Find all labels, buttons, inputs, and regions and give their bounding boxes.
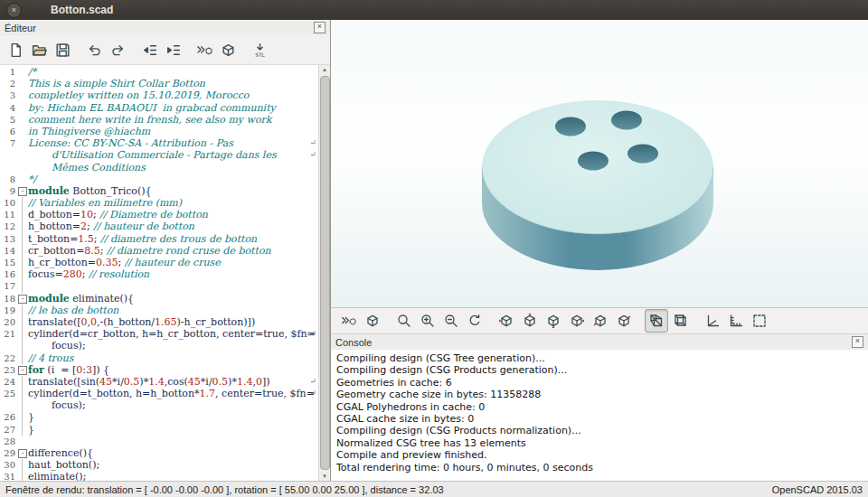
- code-editor[interactable]: 1/*2This is a simple Shirt Collar Botton…: [0, 65, 318, 481]
- unindent-button[interactable]: [138, 39, 160, 61]
- line-number: [0, 399, 18, 411]
- show-axes-icon: [704, 313, 721, 329]
- scroll-down-icon[interactable]: ▼: [319, 474, 330, 479]
- reset-view-button[interactable]: [464, 310, 486, 332]
- code-text: t_botton=1.5; // diametre des trous de b…: [28, 233, 318, 245]
- code-text: comment here write in frensh, see also m…: [28, 114, 318, 126]
- view-front-icon: [592, 313, 609, 329]
- scrollbar-thumb[interactable]: [320, 76, 330, 470]
- view-left-button[interactable]: [566, 310, 588, 332]
- code-line: 7License: CC BY-NC-SA - Attribution - Pa…: [0, 137, 318, 149]
- render-button[interactable]: [217, 39, 239, 61]
- fold-margin: [18, 305, 28, 316]
- code-line: focus);: [0, 340, 318, 352]
- fold-margin: [18, 89, 28, 101]
- line-number: 6: [0, 126, 18, 137]
- console-dock-header: Console ×: [331, 334, 868, 350]
- perspective-button[interactable]: [645, 309, 668, 333]
- zoom-out-button[interactable]: [440, 310, 462, 332]
- fold-margin: [18, 149, 28, 161]
- indent-button[interactable]: [162, 39, 184, 61]
- render-button[interactable]: [362, 310, 383, 332]
- line-number: 23: [0, 364, 18, 376]
- view-all-box-button[interactable]: [749, 310, 770, 332]
- code-text: translate([0,0,-(h_botton/1.65)-h_cr_bot…: [28, 316, 318, 328]
- line-number: 19: [0, 305, 18, 316]
- code-text: difference(){: [28, 447, 318, 459]
- show-scale-markers-icon: [728, 313, 744, 329]
- view-back-button[interactable]: [613, 310, 635, 332]
- line-number: 24: [0, 376, 18, 388]
- orthogonal-button[interactable]: [670, 310, 692, 332]
- code-line: 15h_cr_botton=0.35; // hauteur de cruse: [0, 257, 318, 268]
- code-line: 3completley written on 15.10.2019, Moroc…: [0, 89, 318, 101]
- wrap-marker-icon: ↵: [309, 149, 316, 161]
- code-line: 5comment here write in frensh, see also …: [0, 114, 318, 126]
- line-number: 7: [0, 137, 18, 149]
- console-line: Compiling design (CSG Products normaliza…: [336, 425, 863, 436]
- fold-toggle[interactable]: -: [18, 295, 27, 304]
- code-text: License: CC BY-NC-SA - Attribution - Pas: [28, 137, 318, 149]
- redo-button[interactable]: [107, 39, 128, 61]
- open-file-icon: [31, 42, 48, 59]
- code-line: 16focus=280; // resolution: [0, 268, 318, 280]
- undo-button[interactable]: [83, 39, 105, 61]
- line-number: 9: [0, 185, 18, 197]
- code-line: 27}: [0, 424, 318, 436]
- editor-scrollbar[interactable]: ▲ ▼: [318, 65, 330, 481]
- code-line: 26}: [0, 411, 318, 423]
- code-text: // 4 trous: [28, 352, 318, 364]
- view-toolbar: [331, 307, 868, 334]
- code-text: // le bas de botton: [28, 305, 318, 316]
- code-line: 6in Thingiverse @hiachm: [0, 126, 318, 137]
- line-number: 21: [0, 328, 18, 340]
- wrap-marker-icon: ↵: [309, 376, 316, 388]
- fold-margin: [18, 78, 28, 89]
- window-close-button[interactable]: ×: [6, 3, 22, 18]
- save-file-button[interactable]: [52, 39, 73, 61]
- line-number: 26: [0, 411, 18, 423]
- preview-button[interactable]: [338, 310, 360, 332]
- line-number: 2: [0, 78, 18, 89]
- show-axes-button[interactable]: [702, 310, 723, 332]
- open-file-button[interactable]: [28, 39, 50, 61]
- fold-toggle[interactable]: -: [18, 366, 27, 375]
- scroll-up-icon[interactable]: ▲: [319, 67, 330, 72]
- editor-toolbar: STL: [0, 35, 330, 65]
- line-number: 18: [0, 293, 18, 305]
- zoom-in-icon: [420, 313, 436, 329]
- line-number: 14: [0, 245, 18, 257]
- view-right-button[interactable]: [495, 310, 517, 332]
- code-line: 2This is a simple Shirt Collar Botton: [0, 78, 318, 89]
- console-dock-close-button[interactable]: ×: [852, 336, 863, 348]
- code-text: }: [28, 411, 318, 423]
- view-bottom-button[interactable]: [542, 310, 564, 332]
- view-front-button[interactable]: [590, 310, 611, 332]
- line-number: [0, 162, 18, 173]
- button-model: [331, 20, 868, 307]
- button-hole: [611, 111, 642, 130]
- line-number: [0, 340, 18, 352]
- code-line: 12h_botton=2; // hauteur de botton: [0, 220, 318, 232]
- line-number: 11: [0, 209, 18, 220]
- new-file-button[interactable]: [5, 39, 26, 61]
- console-line: Normalized CSG tree has 13 elements: [336, 437, 863, 449]
- view-top-button[interactable]: [519, 310, 541, 332]
- fold-margin: [18, 316, 28, 328]
- view-bottom-icon: [545, 313, 561, 329]
- view-all-button[interactable]: [393, 310, 415, 332]
- fold-toggle[interactable]: -: [18, 449, 27, 458]
- code-text: eliminate();: [28, 471, 318, 481]
- editor-dock-close-button[interactable]: ×: [314, 22, 326, 33]
- preview-button[interactable]: [193, 39, 215, 61]
- export-stl-button[interactable]: STL: [249, 39, 270, 61]
- code-line: 24translate([sin(45*i/0.5)*1.4,cos(45*i/…: [0, 376, 318, 388]
- wrap-marker-icon: ↵: [309, 328, 316, 340]
- fold-margin: [18, 245, 28, 257]
- show-scale-markers-button[interactable]: [725, 310, 747, 332]
- line-number: 27: [0, 424, 18, 436]
- viewport-3d[interactable]: [331, 20, 868, 307]
- fold-toggle[interactable]: -: [18, 187, 27, 196]
- fold-margin: [18, 66, 28, 78]
- zoom-in-button[interactable]: [417, 310, 439, 332]
